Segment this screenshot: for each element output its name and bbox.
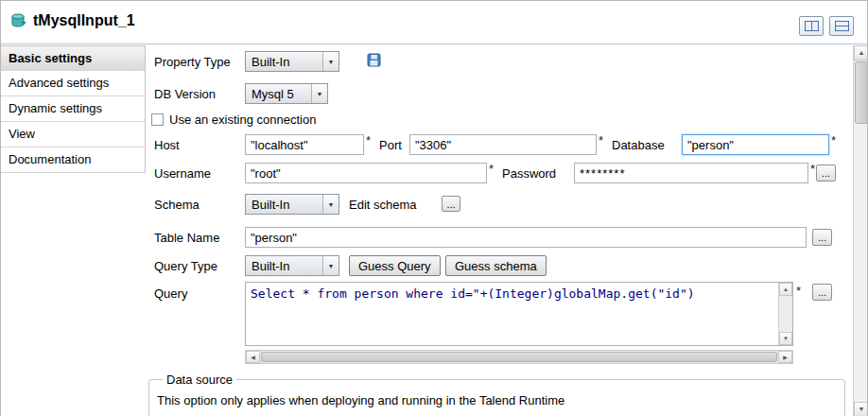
use-existing-connection-checkbox[interactable] — [151, 113, 164, 126]
mysql-input-component-icon — [10, 13, 27, 28]
panel-vertical-scrollbar[interactable]: ▲ ▼ — [853, 45, 868, 416]
scroll-left-icon[interactable]: ◀ — [246, 351, 260, 363]
property-type-label: Property Type — [154, 55, 231, 70]
password-input[interactable] — [574, 163, 808, 183]
use-existing-connection-label: Use an existing connection — [169, 113, 316, 128]
required-marker: * — [489, 162, 494, 176]
tab-advanced-settings[interactable]: Advanced settings — [1, 71, 146, 96]
chevron-down-icon: ▼ — [322, 256, 339, 275]
panel-header: tMysqlInput_1 — [1, 1, 867, 44]
required-marker: * — [831, 133, 836, 147]
port-label: Port — [379, 138, 402, 153]
scroll-right-icon[interactable]: ▶ — [778, 351, 792, 363]
port-input[interactable] — [409, 134, 597, 155]
data-source-note: This option only applies when deploying … — [157, 393, 837, 407]
schema-value: Built-In — [246, 198, 322, 212]
table-name-input[interactable] — [245, 227, 807, 248]
component-title: tMysqlInput_1 — [33, 12, 135, 29]
schema-label: Schema — [154, 198, 200, 213]
query-vertical-scrollbar[interactable]: ▲ ▼ — [778, 283, 792, 345]
schema-select[interactable]: Built-In ▼ — [245, 194, 339, 215]
required-marker: * — [599, 133, 603, 147]
username-input[interactable] — [245, 163, 487, 183]
edit-schema-label: Edit schema — [349, 198, 417, 213]
tab-basic-settings[interactable]: Basic settings — [1, 45, 146, 71]
vertical-scroll-thumb[interactable] — [855, 61, 868, 124]
query-text[interactable]: Select * from person where id="+(Integer… — [251, 286, 775, 301]
db-version-value: Mysql 5 — [246, 87, 311, 101]
query-type-label: Query Type — [154, 259, 217, 274]
password-ellipsis-button[interactable]: ... — [816, 165, 836, 182]
table-name-browse-button[interactable]: ... — [812, 229, 832, 246]
required-marker: * — [366, 133, 371, 147]
component-settings-panel: tMysqlInput_1 Basic settings Advanced se… — [0, 0, 868, 416]
tab-view[interactable]: View — [1, 122, 146, 147]
tab-dynamic-settings[interactable]: Dynamic settings — [1, 96, 146, 122]
vertical-layout-button[interactable] — [829, 16, 854, 36]
query-expand-button[interactable]: ... — [812, 284, 832, 301]
horizontal-layout-button[interactable] — [799, 16, 824, 36]
database-label: Database — [612, 138, 665, 153]
scroll-up-icon[interactable]: ▲ — [779, 283, 792, 296]
property-type-value: Built-In — [246, 55, 322, 69]
query-editor[interactable]: Select * from person where id="+(Integer… — [245, 282, 793, 346]
property-type-select[interactable]: Built-In ▼ — [245, 51, 339, 72]
password-label: Password — [502, 166, 556, 182]
scroll-up-icon[interactable]: ▲ — [854, 45, 868, 61]
edit-schema-button[interactable]: ... — [442, 196, 460, 212]
query-horizontal-scrollbar[interactable]: ◀ ▶ — [245, 350, 793, 364]
data-source-legend: Data source — [163, 373, 236, 387]
query-label: Query — [154, 286, 187, 302]
tab-documentation[interactable]: Documentation — [1, 147, 146, 173]
host-label: Host — [154, 138, 180, 153]
chevron-down-icon: ▼ — [322, 195, 339, 214]
settings-tabs: Basic settings Advanced settings Dynamic… — [1, 45, 146, 173]
table-name-label: Table Name — [154, 231, 219, 246]
horizontal-scroll-thumb[interactable] — [261, 352, 777, 362]
chevron-down-icon: ▼ — [311, 84, 327, 103]
guess-schema-button[interactable]: Guess schema — [445, 255, 547, 276]
query-type-value: Built-In — [246, 259, 322, 273]
save-icon[interactable] — [367, 53, 381, 70]
scroll-down-icon[interactable]: ▼ — [779, 332, 792, 345]
required-marker: * — [796, 284, 801, 298]
db-version-label: DB Version — [154, 87, 216, 102]
scroll-down-icon[interactable]: ▼ — [854, 402, 868, 416]
chevron-down-icon: ▼ — [322, 52, 339, 71]
username-label: Username — [154, 166, 211, 182]
db-version-select[interactable]: Mysql 5 ▼ — [245, 83, 328, 104]
layout-columns-icon — [805, 21, 819, 31]
required-marker: * — [810, 162, 815, 176]
guess-query-button[interactable]: Guess Query — [349, 255, 441, 276]
host-input[interactable] — [245, 134, 364, 155]
query-type-select[interactable]: Built-In ▼ — [245, 255, 339, 276]
data-source-group: Data source This option only applies whe… — [148, 373, 845, 416]
database-input[interactable] — [682, 134, 829, 155]
layout-rows-icon — [835, 21, 849, 31]
